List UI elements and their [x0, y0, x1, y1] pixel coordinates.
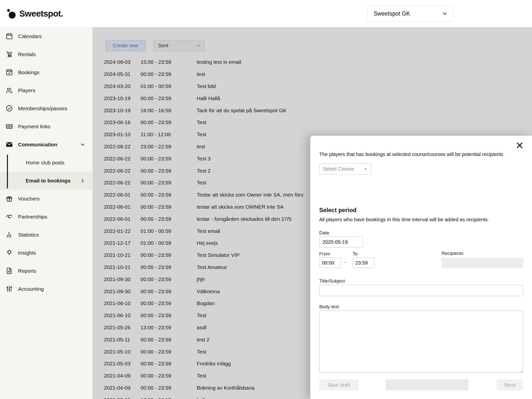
sidebar-item-label: Insights: [18, 250, 36, 256]
close-icon: [516, 141, 524, 150]
course-select-placeholder: Select Course: [323, 166, 354, 172]
sidebar-item-label: Reports: [18, 268, 36, 274]
chevron-down-icon: [80, 142, 86, 148]
from-time-input[interactable]: [319, 258, 341, 268]
sidebar-item-players[interactable]: Players: [0, 81, 93, 99]
insights-icon: [5, 249, 13, 257]
memberships-icon: [5, 105, 13, 112]
sidebar-nav: CalendarsRentalsBookingsPlayersMembershi…: [0, 27, 93, 298]
sidebar-item-label: Communication: [18, 142, 57, 148]
sidebar-item-label: Email to bookings: [26, 178, 71, 184]
sidebar-item-accounting[interactable]: Accounting: [0, 280, 93, 298]
from-label: From: [319, 251, 330, 257]
sidebar-item-communication[interactable]: Communication: [0, 135, 93, 154]
sidebar-item-payment-links[interactable]: Payment links: [0, 117, 93, 135]
course-select[interactable]: Select Course: [319, 163, 371, 175]
reports-icon: [5, 267, 13, 275]
sidebar-item-memberships-passes[interactable]: Memberships/passes: [0, 99, 93, 117]
sweetspot-logo: Sweetspot.: [6, 0, 63, 27]
sidebar-item-label: Calendars: [18, 33, 42, 39]
to-time-input[interactable]: [353, 258, 374, 268]
topbar: Sweetspot. Sweetspot GK: [0, 0, 532, 27]
sidebar-item-calendars[interactable]: Calendars: [0, 27, 93, 45]
club-selector-value: Sweetspot GK: [374, 10, 410, 17]
chevron-down-icon: [441, 10, 448, 17]
secondary-action-button[interactable]: [386, 379, 468, 390]
calendar-icon: [5, 32, 13, 40]
sidebar-item-email-to-bookings[interactable]: Email to bookings: [0, 172, 93, 190]
select-period-heading: Select period: [319, 207, 357, 214]
sweetspot-logo-text: Sweetspot.: [19, 9, 63, 19]
sidebar-item-partnerships[interactable]: Partnerships: [0, 208, 93, 226]
sidebar-item-vouchers[interactable]: Vouchers: [0, 190, 93, 208]
sidebar-item-statistics[interactable]: Statistics: [0, 226, 93, 244]
envelope-icon: [5, 141, 13, 148]
sidebar-item-label: Players: [18, 88, 35, 93]
date-label: Date: [319, 230, 329, 236]
bookings-icon: [5, 68, 13, 76]
save-draft-button[interactable]: Save draft: [319, 379, 359, 390]
sidebar-subgroup: Home club postsEmail to bookings: [0, 154, 93, 190]
sidebar-item-reports[interactable]: Reports: [0, 262, 93, 280]
body-text-label: Body text: [319, 304, 339, 310]
rentals-icon: [5, 50, 13, 58]
statistics-icon: [5, 231, 13, 239]
select-period-subtext: All players who have bookings in this ti…: [319, 217, 489, 222]
sidebar-item-label: Home club posts: [26, 160, 64, 166]
partnerships-icon: [5, 213, 13, 221]
vouchers-icon: [5, 195, 13, 202]
body-text-textarea[interactable]: [319, 310, 523, 373]
time-range-separator: -: [345, 259, 346, 265]
recipients-field[interactable]: [441, 258, 523, 268]
sidebar-item-rentals[interactable]: Rentals: [0, 45, 93, 63]
send-button[interactable]: Send: [497, 379, 523, 390]
title-subject-label: Title/Subject: [319, 278, 345, 284]
sweetspot-logo-icon: [6, 9, 16, 19]
sidebar-item-insights[interactable]: Insights: [0, 244, 93, 262]
sidebar: CalendarsRentalsBookingsPlayersMembershi…: [0, 27, 93, 399]
recipients-label: Recipients: [441, 251, 463, 256]
accounting-icon: [5, 285, 13, 293]
recipients-info-text: The players that has bookings at selecte…: [319, 152, 523, 157]
sidebar-item-bookings[interactable]: Bookings: [0, 63, 93, 81]
date-input[interactable]: [319, 237, 363, 247]
email-compose-modal: The players that has bookings at selecte…: [310, 136, 532, 399]
sidebar-item-label: Partnerships: [18, 214, 47, 220]
club-selector[interactable]: Sweetspot GK: [367, 5, 454, 22]
chevron-right-icon: [80, 178, 86, 184]
close-button[interactable]: [515, 141, 525, 151]
sidebar-item-label: Rentals: [18, 51, 36, 57]
sidebar-item-label: Vouchers: [18, 196, 40, 202]
to-label: To: [353, 251, 358, 257]
title-subject-input[interactable]: [319, 285, 523, 296]
sidebar-item-label: Bookings: [18, 69, 39, 75]
payment-links-icon: [5, 123, 13, 130]
sidebar-item-label: Payment links: [18, 124, 50, 130]
players-icon: [5, 87, 13, 94]
sidebar-item-label: Accounting: [18, 286, 44, 292]
sidebar-item-label: Memberships/passes: [18, 106, 67, 111]
sidebar-item-label: Statistics: [18, 232, 39, 238]
sidebar-item-home-club-posts[interactable]: Home club posts: [0, 154, 93, 172]
chevron-down-icon: [363, 166, 368, 172]
